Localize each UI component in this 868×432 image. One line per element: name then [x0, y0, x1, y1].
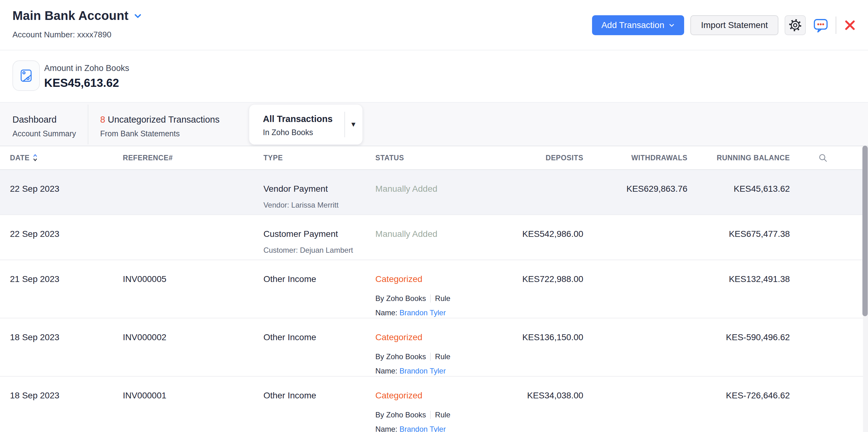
- column-header-status: STATUS: [366, 154, 492, 162]
- cell-withdrawals: [583, 318, 687, 376]
- table-row[interactable]: 18 Sep 2023 INV000001 Other Income Categ…: [0, 377, 868, 432]
- transactions-table: DATE REFERENCE# TYPE STATUS DEPOSITS WIT…: [0, 146, 868, 432]
- status-nameline: Name: Brandon Tyler: [375, 425, 492, 432]
- column-header-balance: RUNNING BALANCE: [687, 154, 790, 162]
- status-rule: Rule: [435, 352, 450, 361]
- add-transaction-label: Add Transaction: [601, 20, 664, 30]
- type-main: Customer Payment: [264, 229, 366, 239]
- import-statement-label: Import Statement: [701, 20, 768, 30]
- tab-dashboard-subtitle: Account Summary: [12, 129, 76, 138]
- cell-status: Categorized By Zoho Books Rule Name: Bra…: [366, 260, 492, 318]
- scrollbar-thumb[interactable]: [862, 146, 868, 316]
- type-main: Other Income: [264, 390, 366, 401]
- column-header-reference: REFERENCE#: [113, 154, 253, 162]
- close-icon: [844, 19, 856, 31]
- status-rule: Rule: [435, 294, 450, 303]
- table-row[interactable]: 22 Sep 2023 Vendor Payment Vendor: Laris…: [0, 170, 868, 215]
- name-label: Name:: [375, 425, 398, 432]
- table-row[interactable]: 21 Sep 2023 INV000005 Other Income Categ…: [0, 260, 868, 318]
- type-main: Other Income: [264, 332, 366, 343]
- cell-type: Other Income: [253, 260, 366, 318]
- cell-spacer: [790, 170, 868, 214]
- cell-type: Vendor Payment Vendor: Larissa Merritt: [253, 170, 366, 214]
- status-badge: Manually Added: [375, 184, 492, 194]
- cell-reference: INV000002: [113, 318, 253, 376]
- chevron-down-icon: [669, 22, 675, 28]
- chat-bubble-icon: [813, 17, 829, 33]
- column-header-deposits: DEPOSITS: [492, 154, 583, 162]
- status-by: By Zoho Books: [375, 410, 426, 420]
- cell-deposits: KES34,038.00: [492, 377, 583, 432]
- divider: [836, 17, 836, 34]
- cell-balance: KES45,613.62: [687, 170, 790, 214]
- cell-date: 18 Sep 2023: [0, 318, 113, 376]
- tab-uncategorized-transactions[interactable]: 8 Uncategorized Transactions From Bank S…: [100, 103, 220, 146]
- uncategorized-count: 8: [100, 115, 105, 124]
- cell-spacer: [790, 377, 868, 432]
- table-search-button[interactable]: [790, 153, 868, 163]
- tab-dashboard-title: Dashboard: [12, 115, 76, 125]
- cell-date: 18 Sep 2023: [0, 377, 113, 432]
- cell-spacer: [790, 215, 868, 259]
- tab-uncategorized-subtitle: From Bank Statements: [100, 129, 220, 138]
- status-badge: Categorized: [375, 332, 492, 343]
- cell-status: Manually Added: [366, 215, 492, 259]
- cell-type: Customer Payment Customer: Dejuan Lamber…: [253, 215, 366, 259]
- caret-down-icon: ▼: [350, 120, 357, 128]
- tab-dashboard[interactable]: Dashboard Account Summary: [12, 103, 76, 146]
- table-header-row: DATE REFERENCE# TYPE STATUS DEPOSITS WIT…: [0, 146, 868, 170]
- type-main: Other Income: [264, 274, 366, 284]
- cell-withdrawals: [583, 260, 687, 318]
- status-nameline: Name: Brandon Tyler: [375, 308, 492, 317]
- divider: [88, 104, 88, 145]
- close-button[interactable]: [842, 19, 858, 31]
- amount-summary: Amount in Zoho Books KES45,613.62: [0, 51, 868, 103]
- contact-link[interactable]: Brandon Tyler: [400, 367, 446, 375]
- date-header-label: DATE: [10, 154, 30, 162]
- cell-withdrawals: [583, 215, 687, 259]
- cell-type: Other Income: [253, 377, 366, 432]
- status-badge: Categorized: [375, 274, 492, 284]
- cell-deposits: KES722,988.00: [492, 260, 583, 318]
- status-byline: By Zoho Books Rule: [375, 410, 492, 420]
- divider: [430, 411, 431, 419]
- cell-date: 21 Sep 2023: [0, 260, 113, 318]
- column-header-type: TYPE: [253, 154, 366, 162]
- settings-button[interactable]: [785, 15, 806, 35]
- tab-all-transactions-text: All Transactions In Zoho Books: [263, 114, 333, 137]
- column-header-withdrawals: WITHDRAWALS: [583, 154, 687, 162]
- transactions-filter-dropdown[interactable]: ▼: [344, 104, 363, 145]
- status-by: By Zoho Books: [375, 294, 426, 303]
- chevron-down-icon: [133, 11, 142, 20]
- add-transaction-button[interactable]: Add Transaction: [592, 15, 684, 35]
- status-badge: Categorized: [375, 390, 492, 401]
- column-header-date[interactable]: DATE: [0, 153, 113, 162]
- cell-balance: KES-590,496.62: [687, 318, 790, 376]
- cell-status: Categorized By Zoho Books Rule Name: Bra…: [366, 377, 492, 432]
- cell-spacer: [790, 318, 868, 376]
- cell-deposits: KES136,150.00: [492, 318, 583, 376]
- cell-reference: INV000001: [113, 377, 253, 432]
- cell-date: 22 Sep 2023: [0, 215, 113, 259]
- status-byline: By Zoho Books Rule: [375, 294, 492, 303]
- name-label: Name:: [375, 308, 398, 317]
- contact-link[interactable]: Brandon Tyler: [400, 308, 446, 317]
- topbar-actions: Add Transaction Import Statement: [592, 0, 858, 51]
- cell-reference: [113, 215, 253, 259]
- contact-link[interactable]: Brandon Tyler: [400, 425, 446, 432]
- view-tabs: Dashboard Account Summary 8 Uncategorize…: [0, 103, 868, 146]
- feedback-button[interactable]: [812, 17, 830, 33]
- divider: [430, 352, 431, 361]
- type-sub: Customer: Dejuan Lambert: [264, 246, 366, 255]
- import-statement-button[interactable]: Import Statement: [690, 15, 778, 35]
- table-row[interactable]: 18 Sep 2023 INV000002 Other Income Categ…: [0, 318, 868, 377]
- name-label: Name:: [375, 367, 398, 375]
- cell-status: Manually Added: [366, 170, 492, 214]
- tab-all-transactions[interactable]: All Transactions In Zoho Books ▼: [249, 104, 363, 145]
- cell-deposits: KES542,986.00: [492, 215, 583, 259]
- cell-spacer: [790, 260, 868, 318]
- search-icon: [818, 153, 828, 163]
- sort-icon: [33, 153, 38, 162]
- account-selector[interactable]: Main Bank Account: [12, 9, 142, 23]
- table-row[interactable]: 22 Sep 2023 Customer Payment Customer: D…: [0, 215, 868, 260]
